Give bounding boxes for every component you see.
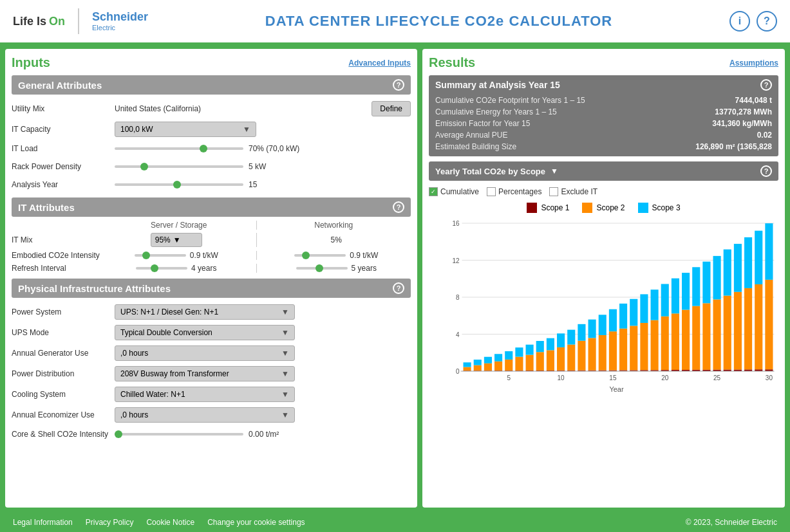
svg-rect-47 xyxy=(588,338,596,370)
rack-power-row: Rack Power Density 5 kW xyxy=(12,158,411,176)
cumulative-checkbox[interactable]: ✓ xyxy=(429,187,438,196)
it-mix-label: IT Mix xyxy=(12,235,102,244)
refresh-server-slider[interactable] xyxy=(136,267,187,270)
power-system-dropdown[interactable]: UPS: N+1 / Diesel Gen: N+1 ▼ xyxy=(115,304,295,320)
rack-power-slider[interactable] xyxy=(115,165,243,168)
legend-item: Scope 1 xyxy=(527,203,569,213)
header-title: DATA CENTER LIFECYCLE CO2e CALCULATOR xyxy=(265,13,612,30)
refresh-server-control: 4 years xyxy=(102,264,257,273)
utility-mix-row: Utility Mix United States (California) D… xyxy=(12,98,411,119)
physical-infra-help[interactable]: ? xyxy=(393,282,404,294)
rack-power-label: Rack Power Density xyxy=(12,162,115,171)
summary-help[interactable]: ? xyxy=(760,79,772,91)
percentages-checkbox[interactable] xyxy=(487,187,496,196)
bar-chart: CO2e kt 0481216 Year 51015202530 xyxy=(429,217,778,397)
svg-rect-51 xyxy=(599,315,607,335)
results-panel: Results Assumptions Summary at Analysis … xyxy=(422,49,785,508)
analysis-year-slider[interactable] xyxy=(115,183,243,186)
footer-links: Legal InformationPrivacy PolicyCookie No… xyxy=(13,518,305,527)
it-attributes-header: IT Attributes ? xyxy=(12,197,411,217)
cooling-system-dropdown[interactable]: Chilled Water: N+1 ▼ xyxy=(115,387,295,402)
ups-mode-row: UPS Mode Typical Double Conversion ▼ xyxy=(12,322,411,343)
svg-rect-87 xyxy=(724,250,731,296)
svg-rect-96 xyxy=(755,231,762,284)
percentages-control: Percentages xyxy=(487,187,541,196)
power-system-row: Power System UPS: N+1 / Diesel Gen: N+1 … xyxy=(12,302,411,322)
schneider-logo: Schneider Electric xyxy=(92,10,148,33)
cooling-system-row: Cooling System Chilled Water: N+1 ▼ xyxy=(12,384,411,405)
svg-rect-12 xyxy=(464,362,471,367)
utility-mix-label: Utility Mix xyxy=(12,104,115,113)
it-mix-row: IT Mix 95% ▼ 5% xyxy=(12,231,411,249)
help-button[interactable]: ? xyxy=(757,11,777,32)
svg-rect-92 xyxy=(744,288,752,369)
svg-rect-59 xyxy=(630,326,637,370)
power-system-arrow-icon: ▼ xyxy=(281,307,289,316)
embodied-server-slider[interactable] xyxy=(135,254,186,257)
chart-legend: Scope 1Scope 2Scope 3 xyxy=(429,203,778,213)
summary-row: Cumulative CO2e Footprint for Years 1 – … xyxy=(435,95,772,106)
define-button[interactable]: Define xyxy=(371,101,411,116)
app-footer: Legal InformationPrivacy PolicyCookie No… xyxy=(0,513,790,532)
svg-rect-72 xyxy=(672,279,679,314)
ups-mode-arrow-icon: ▼ xyxy=(281,328,289,337)
ups-mode-dropdown[interactable]: Typical Double Conversion ▼ xyxy=(115,325,295,340)
it-load-slider[interactable] xyxy=(115,147,243,150)
power-system-label: Power System xyxy=(12,307,115,316)
exclude-it-checkbox[interactable] xyxy=(549,187,558,196)
svg-rect-60 xyxy=(630,299,637,326)
it-capacity-dropdown[interactable]: 100,0 kW ▼ xyxy=(115,122,256,137)
svg-rect-95 xyxy=(755,284,762,369)
svg-rect-39 xyxy=(557,333,565,347)
svg-rect-18 xyxy=(484,357,492,363)
svg-text:20: 20 xyxy=(661,374,669,381)
svg-rect-14 xyxy=(474,365,482,371)
svg-rect-41 xyxy=(567,345,575,371)
embodied-co2e-row: Embodied CO2e Intensity 0.9 t/kW 0.9 t/k… xyxy=(12,249,411,262)
svg-rect-27 xyxy=(515,347,523,356)
it-load-row: IT Load 70% (70,0 kW) xyxy=(12,140,411,158)
summary-row: Estimated Building Size126,890 m² (1365,… xyxy=(435,141,772,152)
refresh-network-slider[interactable] xyxy=(296,267,348,270)
footer-link[interactable]: Privacy Policy xyxy=(86,518,134,527)
dropdown-server-arrow: ▼ xyxy=(173,235,181,244)
embodied-server-control: 0.9 t/kW xyxy=(102,251,257,260)
info-button[interactable]: i xyxy=(729,11,750,32)
svg-rect-45 xyxy=(578,324,585,341)
assumptions-link[interactable]: Assumptions xyxy=(729,59,778,68)
it-column-headers: Server / Storage Networking xyxy=(12,221,411,231)
footer-link[interactable]: Change your cookie settings xyxy=(207,518,305,527)
annual-econ-dropdown[interactable]: ,0 hours ▼ xyxy=(115,407,295,423)
svg-rect-42 xyxy=(567,330,575,345)
chart-title-area: Yearly Total CO2e by Scope ▼ xyxy=(435,167,760,176)
it-capacity-row: IT Capacity 100,0 kW ▼ xyxy=(12,119,411,140)
chart-help[interactable]: ? xyxy=(760,165,772,177)
footer-link[interactable]: Legal Information xyxy=(13,518,73,527)
general-attributes-help[interactable]: ? xyxy=(393,79,404,91)
svg-rect-20 xyxy=(494,362,502,371)
refresh-interval-row: Refresh Interval 4 years 5 years xyxy=(12,262,411,275)
main-content: Inputs Advanced Inputs General Attribute… xyxy=(0,44,790,513)
embodied-network-slider[interactable] xyxy=(294,254,346,257)
networking-header: Networking xyxy=(257,221,411,230)
core-shell-row: Core & Shell CO2e Intensity 0.00 t/m² xyxy=(12,425,411,443)
it-attributes-help[interactable]: ? xyxy=(393,201,404,213)
embodied-co2e-label: Embodied CO2e Intensity xyxy=(12,251,102,260)
annual-gen-dropdown[interactable]: ,0 hours ▼ xyxy=(115,345,295,361)
svg-rect-53 xyxy=(609,331,617,370)
svg-text:25: 25 xyxy=(713,374,721,381)
svg-text:8: 8 xyxy=(456,294,460,301)
it-load-control: 70% (70,0 kW) xyxy=(115,144,411,153)
svg-rect-21 xyxy=(494,354,502,362)
power-dist-dropdown[interactable]: 208V Busway from Transformer ▼ xyxy=(115,366,295,381)
logo-area: Life Is On Schneider Electric xyxy=(13,8,148,34)
svg-text:10: 10 xyxy=(558,374,565,381)
advanced-inputs-link[interactable]: Advanced Inputs xyxy=(348,59,411,68)
results-title-row: Results Assumptions xyxy=(429,55,778,70)
server-storage-header: Server / Storage xyxy=(102,221,257,230)
it-mix-server-dropdown[interactable]: 95% ▼ xyxy=(151,233,202,247)
cooling-system-label: Cooling System xyxy=(12,390,115,399)
core-shell-slider[interactable] xyxy=(115,433,243,436)
svg-rect-77 xyxy=(692,306,700,370)
footer-link[interactable]: Cookie Notice xyxy=(146,518,194,527)
